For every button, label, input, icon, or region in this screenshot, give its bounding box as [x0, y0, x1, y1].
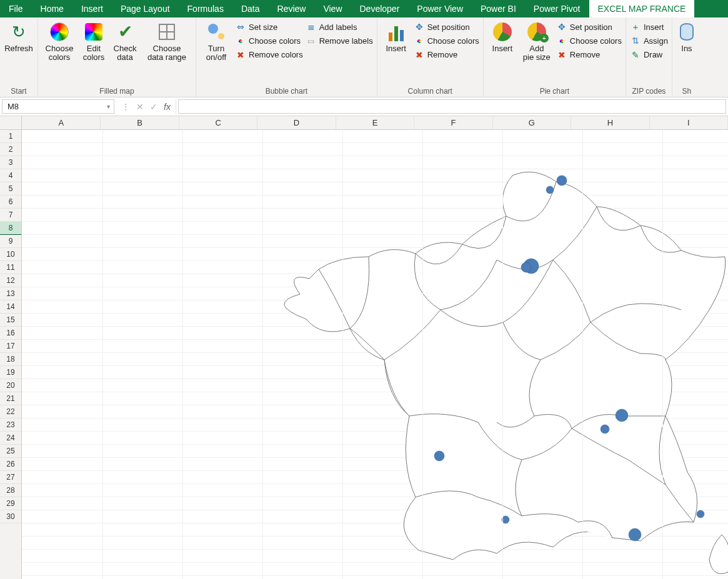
map-bubble[interactable] [434, 451, 444, 461]
row-header[interactable]: 4 [0, 169, 21, 182]
row-header[interactable]: 26 [0, 458, 21, 471]
row-header[interactable]: 19 [0, 366, 21, 379]
zip-draw-button[interactable]: Draw [630, 49, 668, 61]
menu-tab-insert[interactable]: Insert [72, 0, 112, 17]
menu-tab-developer[interactable]: Developer [351, 0, 409, 17]
menu-tab-file[interactable]: File [0, 0, 32, 17]
zip-assign-button[interactable]: Assign [630, 36, 668, 47]
row-header[interactable]: 23 [0, 418, 21, 432]
row-header[interactable]: 29 [0, 497, 21, 510]
bubble-set-size-button[interactable]: Set size [235, 22, 303, 33]
ribbon-group-start: Refresh Start [0, 17, 38, 97]
bubble-remove-labels-button[interactable]: Remove labels [306, 36, 373, 47]
pie-choose-colors-button[interactable]: Choose colors [556, 36, 622, 47]
column-header[interactable]: B [101, 116, 179, 129]
move-icon [556, 22, 567, 33]
ribbon-group-bubble-chart: Turn on/off Set size Choose colors Remov… [196, 17, 377, 97]
row-header[interactable]: 28 [0, 484, 21, 497]
row-header[interactable]: 18 [0, 353, 21, 366]
row-header[interactable]: 11 [0, 261, 21, 274]
row-header[interactable]: 2 [0, 143, 21, 156]
menu-tab-power-pivot[interactable]: Power Pivot [525, 0, 589, 17]
check-data-button[interactable]: Check data [111, 19, 139, 62]
cancel-icon[interactable]: ✕ [136, 102, 144, 112]
map-bubble[interactable] [629, 528, 641, 541]
row-header[interactable]: 24 [0, 432, 21, 445]
pie-remove-button[interactable]: Remove [556, 49, 622, 61]
select-all-corner[interactable] [0, 116, 21, 130]
choose-colors-button[interactable]: Choose colors [42, 19, 77, 62]
column-header[interactable]: H [571, 116, 649, 129]
fx-icon[interactable]: fx [164, 102, 171, 112]
column-set-position-button[interactable]: Set position [414, 22, 479, 33]
column-header[interactable]: A [22, 116, 101, 129]
row-header[interactable]: 17 [0, 340, 21, 353]
column-header[interactable]: E [336, 116, 414, 129]
row-header[interactable]: 10 [0, 248, 21, 261]
ribbon-group-shapes: Ins Sh [672, 17, 701, 97]
column-choose-colors-button[interactable]: Choose colors [414, 36, 479, 47]
column-header[interactable]: F [414, 116, 492, 129]
row-header[interactable]: 25 [0, 445, 21, 458]
pie-set-position-button[interactable]: Set position [556, 22, 622, 33]
row-header[interactable]: 21 [0, 392, 21, 405]
map-bubble[interactable] [601, 425, 609, 433]
formula-input[interactable] [178, 99, 726, 114]
bubble-remove-colors-button[interactable]: Remove colors [235, 49, 303, 61]
row-header[interactable]: 6 [0, 195, 21, 209]
edit-colors-button[interactable]: Edit colors [79, 19, 108, 62]
row-header[interactable]: 20 [0, 379, 21, 392]
row-header[interactable]: 22 [0, 405, 21, 418]
bubble-choose-colors-button[interactable]: Choose colors [235, 36, 303, 47]
france-map[interactable] [228, 147, 728, 579]
pie-insert-button[interactable]: Insert [487, 19, 517, 53]
ribbon-group-pie-chart: Insert Add pie size Set position Choose … [484, 17, 626, 97]
menu-tab-view[interactable]: View [314, 0, 351, 17]
choose-data-range-button[interactable]: Choose data range [142, 19, 192, 62]
refresh-button[interactable]: Refresh [4, 19, 34, 53]
menu-tab-formulas[interactable]: Formulas [179, 0, 232, 17]
shapes-insert-button[interactable]: Ins [676, 19, 697, 53]
menu-tab-review[interactable]: Review [269, 0, 315, 17]
name-box[interactable]: M8 [2, 99, 114, 114]
bubble-add-labels-button[interactable]: Add labels [306, 22, 373, 33]
row-header[interactable]: 7 [0, 209, 21, 222]
menu-tab-page-layout[interactable]: Page Layout [112, 0, 179, 17]
zip-insert-button[interactable]: Insert [630, 22, 668, 33]
row-header[interactable]: 14 [0, 300, 21, 314]
column-header[interactable]: I [650, 116, 728, 129]
column-headers: ABCDEFGHI [22, 116, 728, 130]
column-remove-button[interactable]: Remove [414, 49, 479, 61]
row-header[interactable]: 8 [0, 222, 21, 235]
enter-icon[interactable]: ✓ [150, 102, 157, 112]
menu-tab-excel-map-france[interactable]: EXCEL MAP FRANCE [589, 0, 695, 17]
menu-tab-power-bi[interactable]: Power BI [472, 0, 525, 17]
row-header[interactable]: 3 [0, 156, 21, 169]
grid-area[interactable]: ABCDEFGHI [22, 116, 728, 579]
row-header[interactable]: 30 [0, 510, 21, 523]
row-header[interactable]: 27 [0, 471, 21, 484]
row-header[interactable]: 15 [0, 314, 21, 327]
menu-tab-home[interactable]: Home [32, 0, 72, 17]
row-header[interactable]: 1 [0, 130, 21, 143]
map-bubble[interactable] [521, 262, 531, 272]
row-header[interactable]: 9 [0, 235, 21, 248]
map-bubble[interactable] [557, 176, 567, 186]
label-add-icon [306, 22, 317, 33]
draw-icon [630, 49, 641, 61]
column-header[interactable]: D [257, 116, 336, 129]
row-header[interactable]: 16 [0, 327, 21, 340]
row-header[interactable]: 13 [0, 287, 21, 300]
pie-add-size-button[interactable]: Add pie size [520, 19, 554, 62]
column-insert-button[interactable]: Insert [381, 19, 411, 53]
map-bubble[interactable] [616, 409, 628, 422]
menu-tab-data[interactable]: Data [232, 0, 269, 17]
map-bubble[interactable] [697, 510, 704, 518]
bubble-toggle-button[interactable]: Turn on/off [200, 19, 232, 62]
row-header[interactable]: 12 [0, 274, 21, 287]
menu-tab-power-view[interactable]: Power View [408, 0, 472, 17]
row-header[interactable]: 5 [0, 182, 21, 195]
column-header[interactable]: G [493, 116, 571, 129]
map-bubble[interactable] [546, 186, 554, 194]
column-header[interactable]: C [179, 116, 257, 129]
